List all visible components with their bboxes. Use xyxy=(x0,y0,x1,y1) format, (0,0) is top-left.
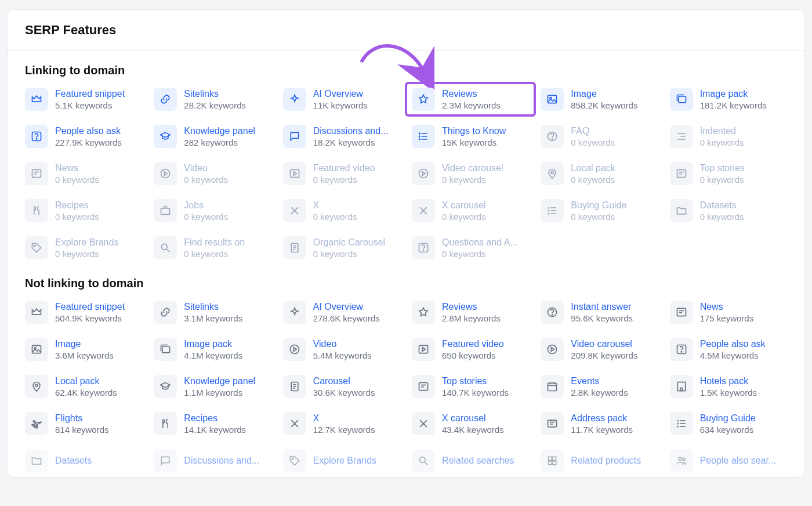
feature-knowledge-panel[interactable]: Knowledge panel282 keywords xyxy=(154,125,271,148)
feature-instant-answer[interactable]: Instant answer95.6K keywords xyxy=(541,301,658,324)
feature-flights[interactable]: Flights814 keywords xyxy=(25,412,142,435)
feature-name: Video carousel xyxy=(571,339,637,349)
feature-sub: 28.2K keywords xyxy=(184,100,246,110)
feature-local-pack[interactable]: Local pack62.4K keywords xyxy=(25,375,142,398)
feature-recipes[interactable]: Recipes14.1K keywords xyxy=(154,412,271,435)
feature-buying-guide[interactable]: Buying Guide0 keywords xyxy=(541,199,658,222)
feature-name: FAQ xyxy=(571,126,615,136)
feature-name: Image pack xyxy=(700,89,767,99)
feature-buying-guide[interactable]: Buying Guide634 keywords xyxy=(670,412,787,435)
feature-text: Carousel30.6K keywords xyxy=(313,376,375,397)
feature-sub: 0 keywords xyxy=(700,138,744,147)
feature-indented[interactable]: Indented0 keywords xyxy=(670,125,787,148)
feature-video[interactable]: Video5.4M keywords xyxy=(283,338,400,361)
feature-local-pack[interactable]: Local pack0 keywords xyxy=(541,162,658,185)
feature-related-products[interactable]: Related products xyxy=(541,449,658,472)
feature-people-also-sear[interactable]: People also sear... xyxy=(670,449,787,472)
feature-text: Top stories140.7K keywords xyxy=(442,376,509,397)
feature-video-carousel[interactable]: Video carousel209.8K keywords xyxy=(541,338,658,361)
feature-text: Events2.8K keywords xyxy=(571,376,628,397)
feature-name: People also sear... xyxy=(700,456,777,466)
feature-name: Datasets xyxy=(700,200,744,211)
feature-sub: 209.8K keywords xyxy=(571,350,637,360)
feature-discussions-and[interactable]: Discussions and... xyxy=(154,449,271,472)
feature-featured-video[interactable]: Featured video0 keywords xyxy=(283,162,400,185)
feature-discussions-and[interactable]: Discussions and...18.2K keywords xyxy=(283,125,400,148)
feature-x[interactable]: X0 keywords xyxy=(283,199,400,222)
feature-name: Flights xyxy=(55,413,109,424)
feature-image-pack[interactable]: Image pack181.2K keywords xyxy=(670,88,787,111)
feature-featured-video[interactable]: Featured video650 keywords xyxy=(412,338,529,361)
feature-sub: 3.6M keywords xyxy=(55,350,114,360)
feature-text: X12.7K keywords xyxy=(313,413,375,435)
feature-x-carousel[interactable]: X carousel0 keywords xyxy=(412,199,529,222)
feature-news[interactable]: News0 keywords xyxy=(25,162,142,185)
feature-featured-snippet[interactable]: Featured snippet504.9K keywords xyxy=(25,301,142,324)
feature-datasets[interactable]: Datasets xyxy=(25,449,142,472)
feature-text: Buying Guide634 keywords xyxy=(700,413,756,435)
x-icon xyxy=(283,412,306,435)
feature-x[interactable]: X12.7K keywords xyxy=(283,412,400,435)
feature-carousel[interactable]: Carousel30.6K keywords xyxy=(283,375,400,398)
tag-icon xyxy=(25,236,48,259)
feature-sitelinks[interactable]: Sitelinks28.2K keywords xyxy=(154,88,271,111)
feature-sub: 5.1K keywords xyxy=(55,100,125,110)
feature-video[interactable]: Video0 keywords xyxy=(154,162,271,185)
feature-text: FAQ0 keywords xyxy=(571,126,615,147)
feature-text: News175 keywords xyxy=(700,302,754,323)
feature-ai-overview[interactable]: AI Overview11K keywords xyxy=(283,88,400,111)
feature-events[interactable]: Events2.8K keywords xyxy=(541,375,658,398)
feature-knowledge-panel[interactable]: Knowledge panel1.1M keywords xyxy=(154,375,271,398)
feature-image-pack[interactable]: Image pack4.1M keywords xyxy=(154,338,271,361)
feature-questions-and-a[interactable]: Questions and A...0 keywords xyxy=(412,236,529,259)
feature-address-pack[interactable]: Address pack11.7K keywords xyxy=(541,412,658,435)
feature-hotels-pack[interactable]: Hotels pack1.5K keywords xyxy=(670,375,787,398)
feature-sub: 5.4M keywords xyxy=(313,350,372,360)
feature-name: AI Overview xyxy=(313,302,380,312)
feature-name: X xyxy=(313,413,375,424)
feature-image[interactable]: Image3.6M keywords xyxy=(25,338,142,361)
feature-text: People also ask4.5M keywords xyxy=(700,339,766,360)
feature-ai-overview[interactable]: AI Overview278.6K keywords xyxy=(283,301,400,324)
feature-text: Video carousel0 keywords xyxy=(442,163,503,185)
feature-sub: 0 keywords xyxy=(55,175,99,185)
feature-people-also-ask[interactable]: People also ask4.5M keywords xyxy=(670,338,787,361)
feature-name: Local pack xyxy=(571,163,615,174)
feature-top-stories[interactable]: Top stories140.7K keywords xyxy=(412,375,529,398)
feature-name: Recipes xyxy=(55,200,99,211)
feature-datasets[interactable]: Datasets0 keywords xyxy=(670,199,787,222)
sparkle-icon xyxy=(283,88,306,111)
feature-sitelinks[interactable]: Sitelinks3.1M keywords xyxy=(154,301,271,324)
feature-news[interactable]: News175 keywords xyxy=(670,301,787,324)
feature-image[interactable]: Image858.2K keywords xyxy=(541,88,658,111)
feature-reviews[interactable]: Reviews2.3M keywords xyxy=(405,82,536,117)
feature-find-results-on[interactable]: Find results on0 keywords xyxy=(154,236,271,259)
feature-sub: 12.7K keywords xyxy=(313,425,375,435)
feature-text: Video carousel209.8K keywords xyxy=(571,339,637,360)
feature-things-to-know[interactable]: Things to Know15K keywords xyxy=(412,125,529,148)
feature-text: Hotels pack1.5K keywords xyxy=(700,376,757,397)
feature-name: Discussions and... xyxy=(184,456,259,466)
folder-icon xyxy=(25,449,48,472)
feature-featured-snippet[interactable]: Featured snippet5.1K keywords xyxy=(25,88,142,111)
feature-sub: 0 keywords xyxy=(184,175,228,185)
feature-related-searches[interactable]: Related searches xyxy=(412,449,529,472)
feature-organic-carousel[interactable]: Organic Carousel0 keywords xyxy=(283,236,400,259)
feature-explore-brands[interactable]: Explore Brands0 keywords xyxy=(25,236,142,259)
card-header: SERP Features xyxy=(8,10,804,51)
feature-reviews[interactable]: Reviews2.8M keywords xyxy=(412,301,529,324)
feature-video-carousel[interactable]: Video carousel0 keywords xyxy=(412,162,529,185)
image-pack-icon xyxy=(154,338,177,361)
feature-x-carousel[interactable]: X carousel43.4K keywords xyxy=(412,412,529,435)
feature-name: Find results on xyxy=(184,237,245,248)
feature-people-also-ask[interactable]: People also ask227.9K keywords xyxy=(25,125,142,148)
feature-explore-brands[interactable]: Explore Brands xyxy=(283,449,400,472)
feature-top-stories[interactable]: Top stories0 keywords xyxy=(670,162,787,185)
feature-jobs[interactable]: Jobs0 keywords xyxy=(154,199,271,222)
plane-icon xyxy=(25,412,48,435)
feature-text: Local pack0 keywords xyxy=(571,163,615,185)
card-title: SERP Features xyxy=(25,23,787,38)
feature-recipes[interactable]: Recipes0 keywords xyxy=(25,199,142,222)
question-icon xyxy=(670,338,693,361)
feature-faq[interactable]: FAQ0 keywords xyxy=(541,125,658,148)
